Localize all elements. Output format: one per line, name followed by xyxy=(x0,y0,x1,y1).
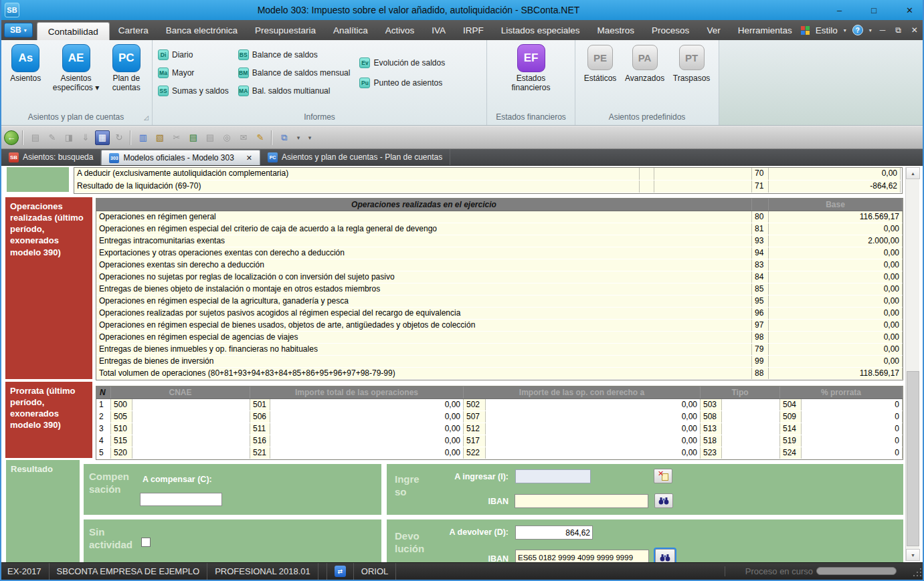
prorrata-pct-cell[interactable]: 0 xyxy=(802,435,903,447)
post-icon[interactable]: ◨ xyxy=(62,130,76,145)
save-icon[interactable]: ▦ xyxy=(95,130,110,145)
preview-icon[interactable]: ◎ xyxy=(219,130,234,145)
ribbon-gray-button[interactable]: PT Traspasos xyxy=(673,45,711,83)
menu-item[interactable]: Analítica xyxy=(325,20,377,40)
a-ingresar-input[interactable] xyxy=(515,469,591,483)
clear-amount-button[interactable]: ✕ xyxy=(654,469,672,483)
close-document-button[interactable]: ✕ xyxy=(909,25,920,35)
menu-item[interactable]: Banca electrónica xyxy=(157,20,246,40)
cnae-cell[interactable] xyxy=(132,411,250,423)
email-icon[interactable]: ✉ xyxy=(236,130,251,145)
vertical-scrollbar[interactable]: ▲ ▼ xyxy=(905,167,919,561)
menu-item[interactable]: Activos xyxy=(377,20,424,40)
restore-window-button[interactable]: ⧉ xyxy=(893,25,903,35)
a-compensar-input[interactable] xyxy=(140,493,222,506)
importe-total-cell[interactable]: 0,00 xyxy=(270,435,464,447)
report-design-icon[interactable]: ✎ xyxy=(253,130,268,145)
row-value[interactable]: 0,00 xyxy=(769,296,903,307)
importe-total-cell[interactable]: 0,00 xyxy=(270,447,464,459)
tipo-cell[interactable] xyxy=(722,411,780,423)
print-icon[interactable]: ▤ xyxy=(186,130,201,145)
row-value[interactable]: 0,00 xyxy=(769,271,903,283)
toolbar-options-icon[interactable]: ▾ xyxy=(305,130,314,145)
ribbon-small-button[interactable]: Di Diario xyxy=(158,49,229,60)
row-value[interactable]: 0,00 xyxy=(769,332,903,343)
cnae-cell[interactable] xyxy=(132,435,250,447)
paste-icon[interactable]: ▧ xyxy=(153,130,167,145)
scrollbar-thumb[interactable] xyxy=(907,371,919,546)
ribbon-small-button[interactable]: Pu Punteo de asientos xyxy=(359,78,445,88)
prorrata-pct-cell[interactable]: 0 xyxy=(802,411,903,423)
importe-derecho-cell[interactable]: 0,00 xyxy=(486,399,701,411)
cut-icon[interactable]: ✂ xyxy=(169,130,184,145)
iban-search-button[interactable] xyxy=(654,493,673,508)
ribbon-small-button[interactable]: MA Bal. saldos multianual xyxy=(238,86,351,96)
row-value[interactable]: 116.569,17 xyxy=(769,211,903,223)
copy-icon[interactable]: ▥ xyxy=(136,130,151,145)
asientos-button[interactable]: As Asientos xyxy=(1,44,50,93)
minimize-button[interactable]: – xyxy=(837,5,842,15)
separator[interactable] xyxy=(22,130,25,145)
importe-derecho-cell[interactable]: 0,00 xyxy=(486,411,701,423)
estados-financieros-button[interactable]: EF Estados financieros xyxy=(506,44,556,93)
devolucion-iban-input[interactable] xyxy=(515,550,649,562)
separator[interactable] xyxy=(271,130,274,145)
maximize-button[interactable]: □ xyxy=(871,5,876,15)
print-direct-icon[interactable]: ▤ xyxy=(203,130,217,145)
import-icon[interactable]: ⇓ xyxy=(78,130,93,145)
back-icon[interactable]: ← xyxy=(4,130,19,145)
open-icon[interactable]: ▤ xyxy=(28,130,43,145)
row-value[interactable]: 0,00 xyxy=(769,283,903,295)
cnae-cell[interactable] xyxy=(132,447,250,459)
importe-derecho-cell[interactable]: 0,00 xyxy=(486,447,701,459)
ribbon-small-button[interactable]: Ma Mayor xyxy=(158,68,229,78)
chevron-down-icon[interactable]: ▾ xyxy=(869,27,872,33)
ribbon-gray-button[interactable]: PA Avanzados xyxy=(625,45,664,83)
menu-item[interactable]: Ver xyxy=(698,20,729,40)
ribbon-small-button[interactable]: SS Sumas y saldos xyxy=(158,86,229,96)
sin-actividad-checkbox[interactable] xyxy=(141,538,151,547)
importe-total-cell[interactable]: 0,00 xyxy=(270,411,464,423)
plan-de-cuentas-button[interactable]: PC Plan de cuentas xyxy=(102,44,151,93)
tipo-cell[interactable] xyxy=(722,423,780,435)
row-value[interactable]: 0,00 xyxy=(769,168,901,180)
tipo-cell[interactable] xyxy=(722,447,780,459)
a-devolver-input[interactable] xyxy=(515,526,593,540)
ribbon-small-button[interactable]: BM Balance de saldos mensual xyxy=(238,68,351,78)
row-value[interactable]: 0,00 xyxy=(769,320,903,331)
dialog-launcher-icon[interactable]: ◿ xyxy=(144,114,149,121)
menu-item[interactable]: Maestros xyxy=(589,20,644,40)
scroll-up-button[interactable]: ▲ xyxy=(906,167,920,179)
refresh-icon[interactable]: ↻ xyxy=(112,130,126,145)
row-value[interactable]: 0,00 xyxy=(769,223,903,235)
tab-plan-de-cuentas[interactable]: PC Asientos y plan de cuentas - Plan de … xyxy=(260,149,450,165)
row-value[interactable]: 118.569,17 xyxy=(769,368,903,379)
importe-derecho-cell[interactable]: 0,00 xyxy=(486,435,701,447)
prorrata-pct-cell[interactable]: 0 xyxy=(802,399,903,411)
prorrata-pct-cell[interactable]: 0 xyxy=(802,447,903,459)
prorrata-pct-cell[interactable]: 0 xyxy=(802,423,903,435)
ingreso-iban-input[interactable] xyxy=(515,494,648,508)
chevron-down-icon[interactable]: ▾ xyxy=(844,27,846,33)
separator[interactable] xyxy=(130,130,132,145)
menu-item[interactable]: IVA xyxy=(423,20,454,40)
resize-grip[interactable] xyxy=(913,568,921,576)
menu-item[interactable]: IRPF xyxy=(454,20,492,40)
tab-close-icon[interactable]: ✕ xyxy=(246,154,252,162)
ribbon-gray-button[interactable]: PE Estáticos xyxy=(584,45,617,83)
sb-app-menu-button[interactable]: SB ▾ xyxy=(4,23,33,37)
ribbon-small-button[interactable]: Ev Evolución de saldos xyxy=(359,57,445,68)
edit-icon[interactable]: ✎ xyxy=(45,130,60,145)
iban-search-button[interactable] xyxy=(655,549,675,562)
cnae-cell[interactable] xyxy=(132,399,250,411)
menu-item[interactable]: Presupuestaria xyxy=(246,20,325,40)
menu-item[interactable]: Listados especiales xyxy=(492,20,589,40)
close-button[interactable]: ✕ xyxy=(906,5,913,15)
row-value[interactable]: 0,00 xyxy=(769,308,903,319)
tipo-cell[interactable] xyxy=(722,399,780,411)
cnae-cell[interactable] xyxy=(132,423,250,435)
importe-total-cell[interactable]: 0,00 xyxy=(270,423,464,435)
row-value[interactable]: 0,00 xyxy=(769,259,903,271)
scroll-down-button[interactable]: ▼ xyxy=(906,549,920,561)
tipo-cell[interactable] xyxy=(722,435,780,447)
